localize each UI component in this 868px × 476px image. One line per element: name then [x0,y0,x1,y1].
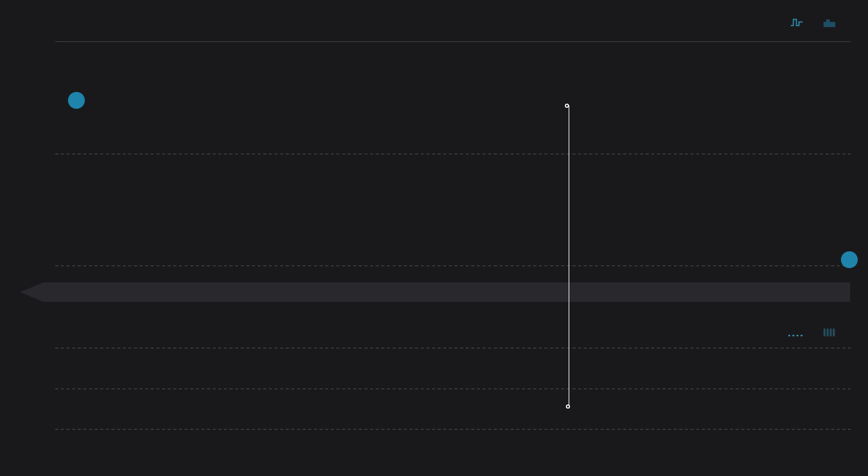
throughput-dashboard [0,0,868,476]
avg-latency-dots-icon [788,327,804,341]
legend-latency [788,327,851,341]
latency-tooltip [566,400,577,413]
consumer-count-badge-right[interactable] [841,251,858,268]
legend-item-consumed[interactable] [823,17,841,31]
legend-produced-consumed [790,17,851,31]
time-axis-strip[interactable] [20,282,850,302]
consumer-count-badge-left[interactable] [68,92,85,109]
cursor-line [568,105,569,406]
legend-item-latency-range[interactable] [823,327,841,341]
tooltip-point-icon [565,104,569,108]
latency-chart[interactable] [0,0,868,476]
tooltip-point-icon [566,404,570,409]
produced-consumed-tooltip [565,99,576,112]
produced-step-line-icon [790,17,804,31]
latency-range-bars-icon [823,327,836,341]
legend-item-avg-latency[interactable] [788,327,809,341]
consumed-area-icon [823,17,836,31]
legend-item-produced[interactable] [790,17,809,31]
